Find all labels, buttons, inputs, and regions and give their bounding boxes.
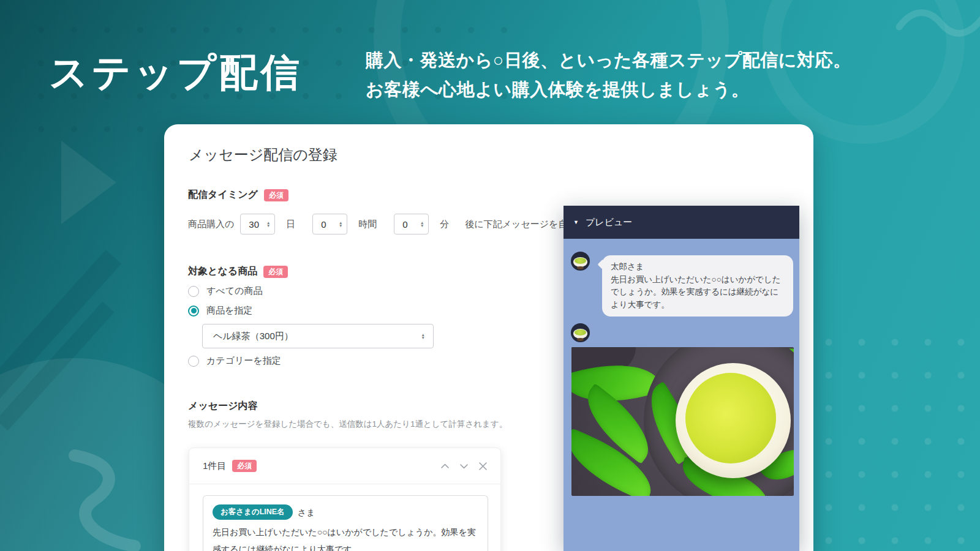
spinner-arrows-icon[interactable]: ▲ ▼	[420, 221, 424, 228]
message-body-text: 先日お買い上げいただいた○○はいかがでしたでしょうか。効果を実感するには継続がな…	[213, 523, 478, 551]
chevron-down-icon: ▼	[573, 220, 579, 225]
hours-input[interactable]: 0 ▲ ▼	[312, 214, 347, 234]
radio-label: カテゴリーを指定	[206, 355, 281, 367]
days-input[interactable]: 30 ▲ ▼	[240, 214, 275, 234]
spinner-arrows-icon[interactable]: ▲ ▼	[339, 221, 342, 228]
move-up-button[interactable]	[440, 461, 450, 471]
radio-label: すべての商品	[206, 285, 262, 297]
hours-unit: 時間	[358, 219, 377, 230]
message-item-title: 1件目	[203, 460, 226, 472]
timing-prefix: 商品購入の	[188, 219, 234, 230]
days-unit: 日	[286, 219, 295, 230]
page-description-line2: お客様へ心地よい購入体験を提供しましょう。	[366, 75, 851, 104]
hours-value: 0	[321, 219, 326, 230]
avatar	[571, 252, 590, 271]
spinner-arrows-icon[interactable]: ▲ ▼	[266, 221, 270, 228]
triangle-decoration	[61, 141, 116, 224]
page-description: 購入・発送から○日後、といった各種ステップ配信に対応。 お客様へ心地よい購入体験…	[366, 45, 851, 104]
required-badge: 必須	[232, 460, 257, 472]
card-title: メッセージ配信の登録	[189, 145, 337, 165]
target-section-label: 対象となる商品 必須	[188, 265, 288, 278]
message-section-note: 複数のメッセージを登録した場合でも、送信数は1人あたり1通として計算されます。	[188, 419, 507, 430]
radio-icon[interactable]	[188, 356, 199, 367]
line-name-variable-pill[interactable]: お客さまのLINE名	[213, 504, 293, 520]
radio-icon-checked[interactable]	[188, 305, 199, 317]
message-section-label: メッセージ内容	[188, 400, 258, 413]
chat-message-text: 先日お買い上げいただいた○○はいかがでしたでしょうか。効果を実感するには継続がな…	[611, 274, 785, 312]
radio-specify-category[interactable]: カテゴリーを指定	[188, 355, 281, 367]
preview-header[interactable]: ▼ プレビュー	[564, 206, 799, 239]
radio-label: 商品を指定	[206, 305, 252, 317]
minutes-input[interactable]: 0 ▲ ▼	[394, 214, 429, 234]
avatar	[571, 323, 590, 342]
preview-header-label: プレビュー	[586, 217, 632, 228]
chat-bubble: 太郎さま 先日お買い上げいただいた○○はいかがでしたでしょうか。効果を実感するに…	[602, 255, 793, 317]
bubble-tail	[598, 260, 608, 270]
message-item-card: 1件目 必須 お客さまのLINE名さま 先日お買い上げいただいた○○はいかがで	[189, 448, 501, 551]
minutes-unit: 分	[440, 219, 449, 230]
message-body-input[interactable]: お客さまのLINE名さま 先日お買い上げいただいた○○はいかがでしたでしょうか。…	[203, 495, 488, 551]
product-select-value: ヘル緑茶（300円）	[213, 331, 293, 342]
radio-all-products[interactable]: すべての商品	[188, 285, 262, 297]
required-badge: 必須	[264, 189, 288, 201]
close-icon[interactable]	[478, 461, 488, 471]
chat-preview-area: 太郎さま 先日お買い上げいただいた○○はいかがでしたでしょうか。効果を実感するに…	[564, 239, 799, 551]
message-item-header: 1件目 必須	[189, 448, 500, 484]
minutes-value: 0	[402, 219, 407, 230]
radio-icon[interactable]	[188, 286, 199, 297]
preview-panel: ▼ プレビュー 太郎さま 先日お買い上げいただいた○○はいかがでしたでしょうか。…	[564, 206, 799, 551]
squiggle-decoration	[895, 1, 980, 44]
required-badge: 必須	[263, 266, 288, 278]
page-title: ステップ配信	[49, 47, 303, 99]
chat-sender-name: 太郎さま	[611, 261, 785, 274]
message-item-actions	[440, 461, 488, 471]
dot-grid-decoration	[812, 326, 980, 551]
target-label: 対象となる商品	[188, 265, 257, 278]
select-arrows-icon: ▲ ▼	[421, 333, 425, 340]
days-value: 30	[249, 219, 259, 230]
product-select[interactable]: ヘル緑茶（300円） ▲ ▼	[202, 324, 434, 348]
page-description-line1: 購入・発送から○日後、といった各種ステップ配信に対応。	[366, 45, 851, 75]
page: ステップ配信 購入・発送から○日後、といった各種ステップ配信に対応。 お客様へ心…	[0, 0, 980, 551]
timing-section-label: 配信タイミング 必須	[188, 189, 288, 201]
tea-liquid	[685, 373, 776, 463]
message-image	[571, 347, 794, 496]
radio-specify-product[interactable]: 商品を指定	[188, 305, 252, 317]
pill-suffix: さま	[298, 508, 315, 517]
timing-row: 商品購入の 30 ▲ ▼ 日 0 ▲ ▼ 時間 0 ▲	[188, 214, 586, 234]
timing-label: 配信タイミング	[188, 189, 258, 201]
move-down-button[interactable]	[459, 461, 469, 471]
